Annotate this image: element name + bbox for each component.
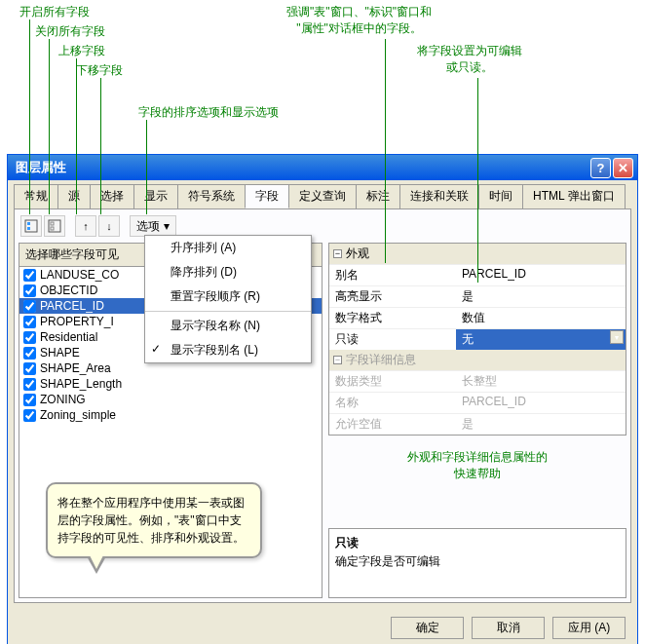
collapse-icon[interactable]: − — [333, 356, 342, 364]
menu-show-names[interactable]: 显示字段名称 (N) — [145, 314, 311, 338]
field-name: Residential — [40, 330, 97, 344]
help-title: 只读 — [335, 535, 620, 551]
field-name: SHAPE_Length — [40, 377, 122, 391]
annotation-highlight: 强调"表"窗口、"标识"窗口和 "属性"对话框中的字段。 — [286, 4, 432, 37]
quick-help-annotation: 外观和字段详细信息属性的 快速帮助 — [407, 449, 548, 482]
field-name: Zoning_simple — [40, 408, 116, 422]
prop-nullable: 允许空值是 — [329, 413, 626, 435]
field-name: OBJECTID — [40, 284, 97, 297]
tab-html[interactable]: HTML 弹出窗口 — [522, 184, 626, 208]
field-checkbox[interactable] — [23, 362, 36, 375]
toolbar: ↑ ↓ 选项▾ — [19, 213, 626, 239]
tab-fields[interactable]: 字段 — [245, 184, 289, 208]
field-checkbox[interactable] — [23, 284, 36, 297]
all-fields-off-button[interactable] — [44, 215, 65, 237]
prop-highlight[interactable]: 高亮显示是 — [329, 285, 626, 307]
field-checkbox[interactable] — [23, 331, 36, 344]
field-name: LANDUSE_CO — [40, 268, 119, 282]
ok-button[interactable]: 确定 — [391, 617, 464, 639]
field-name: ZONING — [40, 393, 86, 406]
tab-display[interactable]: 显示 — [133, 184, 178, 208]
prop-numfmt[interactable]: 数字格式数值 — [329, 307, 626, 328]
field-item[interactable]: Zoning_simple — [19, 407, 322, 423]
dialog-window: 图层属性 ? ✕ 常规 源 选择 显示 符号系统 字段 定义查询 标注 连接和关… — [7, 154, 638, 644]
titlebar: 图层属性 ? ✕ — [8, 155, 637, 180]
annotation-line — [477, 78, 478, 283]
annotation-move-down: 下移字段 — [76, 62, 123, 79]
button-bar: 确定 取消 应用 (A) — [8, 609, 637, 644]
options-dropdown[interactable]: 选项▾ — [130, 215, 176, 237]
field-item[interactable]: SHAPE_Length — [19, 376, 322, 392]
field-checkbox[interactable] — [23, 300, 36, 313]
field-checkbox[interactable] — [23, 394, 36, 406]
annotation-line — [76, 58, 77, 214]
tab-selection[interactable]: 选择 — [90, 184, 134, 208]
dropdown-arrow-icon[interactable]: ▾ — [610, 330, 624, 344]
annotation-sort-options: 字段的排序选项和显示选项 — [138, 104, 279, 121]
field-checkbox[interactable] — [23, 269, 36, 282]
cancel-button[interactable]: 取消 — [472, 617, 545, 639]
prop-name: 名称PARCEL_ID — [329, 392, 626, 413]
annotation-line — [146, 120, 147, 214]
annotation-line — [49, 39, 50, 214]
prop-datatype: 数据类型长整型 — [329, 370, 626, 392]
annotation-all-off: 关闭所有字段 — [35, 23, 105, 40]
field-checkbox[interactable] — [23, 316, 36, 328]
apply-button[interactable]: 应用 (A) — [552, 617, 626, 639]
options-menu: 升序排列 (A) 降序排列 (D) 重置字段顺序 (R) 显示字段名称 (N) … — [144, 235, 312, 363]
quick-help-panel: 只读 确定字段是否可编辑 — [328, 528, 626, 598]
check-icon: ✓ — [151, 342, 161, 356]
prop-readonly[interactable]: 只读无▾ — [329, 328, 626, 350]
tab-general[interactable]: 常规 — [14, 184, 58, 208]
tab-joins[interactable]: 连接和关联 — [399, 184, 479, 208]
field-name: PARCEL_ID — [40, 299, 104, 313]
field-name: PROPERTY_I — [40, 315, 114, 328]
all-fields-on-button[interactable] — [20, 215, 42, 237]
menu-sort-desc[interactable]: 降序排列 (D) — [145, 260, 311, 284]
field-checkbox[interactable] — [23, 347, 36, 360]
annotation-move-up: 上移字段 — [58, 43, 105, 59]
window-title: 图层属性 — [12, 159, 588, 176]
svg-rect-4 — [51, 222, 54, 225]
move-up-button[interactable]: ↑ — [75, 215, 96, 237]
svg-rect-2 — [27, 227, 30, 230]
svg-rect-1 — [27, 222, 30, 225]
field-name: SHAPE — [40, 346, 80, 360]
tab-symbology[interactable]: 符号系统 — [177, 184, 246, 208]
info-callout: 将在整个应用程序中使用某一表或图层的字段属性。例如，"表"窗口中支持字段的可见性… — [46, 482, 262, 558]
tab-defquery[interactable]: 定义查询 — [288, 184, 357, 208]
field-checkbox[interactable] — [23, 409, 36, 422]
collapse-icon[interactable]: − — [333, 249, 342, 258]
field-item[interactable]: ZONING — [19, 392, 322, 407]
annotation-line — [100, 78, 101, 214]
annotation-line — [29, 19, 30, 214]
tab-time[interactable]: 时间 — [478, 184, 523, 208]
move-down-button[interactable]: ↓ — [98, 215, 120, 237]
tab-labels[interactable]: 标注 — [356, 184, 400, 208]
tab-content: ↑ ↓ 选项▾ 升序排列 (A) 降序排列 (D) 重置字段顺序 (R) 显示字… — [14, 208, 631, 603]
tab-strip: 常规 源 选择 显示 符号系统 字段 定义查询 标注 连接和关联 时间 HTML… — [8, 180, 637, 208]
menu-separator — [145, 311, 311, 312]
field-checkbox[interactable] — [23, 378, 36, 391]
svg-rect-5 — [51, 227, 54, 230]
tab-source[interactable]: 源 — [57, 184, 91, 208]
menu-reset-order[interactable]: 重置字段顺序 (R) — [145, 284, 311, 309]
annotation-line — [385, 39, 386, 263]
annotation-readonly: 将字段设置为可编辑 或只读。 — [417, 43, 522, 76]
annotation-all-on: 开启所有字段 — [19, 4, 90, 20]
menu-sort-asc[interactable]: 升序排列 (A) — [145, 236, 311, 260]
close-button[interactable]: ✕ — [613, 158, 633, 178]
callout-tail-icon — [87, 556, 106, 574]
chevron-down-icon: ▾ — [164, 219, 170, 233]
menu-show-aliases[interactable]: ✓显示字段别名 (L) — [145, 338, 311, 362]
section-details[interactable]: −字段详细信息 — [329, 350, 626, 370]
help-button[interactable]: ? — [590, 158, 611, 178]
help-desc: 确定字段是否可编辑 — [335, 553, 620, 570]
svg-rect-0 — [25, 220, 37, 232]
field-name: SHAPE_Area — [40, 361, 111, 375]
